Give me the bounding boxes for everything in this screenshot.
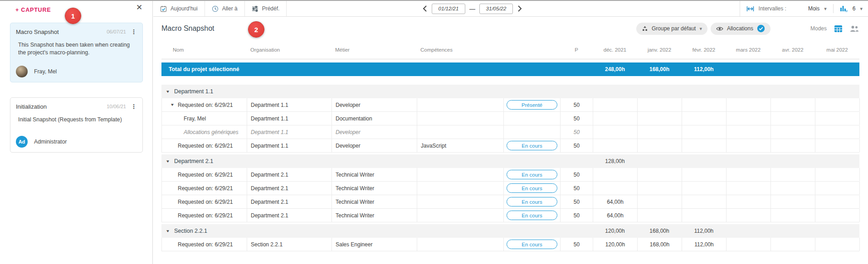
cell-month-value	[771, 182, 815, 195]
group-header-row[interactable]: ▼Department 2.1128,00h	[161, 154, 859, 168]
cell-month-value	[638, 98, 682, 111]
allocations-toggle[interactable]: Allocations	[711, 23, 770, 35]
cell-organisation: Department 2.1	[247, 209, 332, 222]
table-mode-icon[interactable]	[834, 25, 843, 33]
cell-metier: Documentation	[332, 112, 417, 125]
cell-month-value	[727, 125, 771, 139]
group-by-dropdown[interactable]: Groupe par défaut ▾	[636, 23, 707, 35]
page-title: Macro Snapshot	[161, 24, 215, 33]
caret-down-icon: ▾	[699, 26, 702, 32]
cell-percent: 50	[561, 168, 593, 181]
cell-competences	[417, 168, 504, 181]
avatar: Ad	[16, 136, 28, 148]
cell-month-value	[815, 209, 860, 222]
snapshot-description: Initial Snapshot (Requests from Template…	[16, 116, 137, 124]
group-header-row[interactable]: ▼Section 2.2.1120,00h168,00h112,00h	[161, 224, 859, 238]
status-badge[interactable]: En cours	[507, 170, 557, 179]
chevron-right-icon[interactable]	[517, 5, 523, 12]
capture-button[interactable]: + CAPTURE	[15, 7, 51, 13]
annotation-step-badge-1: 1	[65, 8, 81, 24]
predefined-label: Prédéf.	[262, 5, 280, 12]
table-row[interactable]: Requested on: 6/29/21Department 2.1Techn…	[161, 168, 859, 182]
snapshot-title: Initialization	[16, 103, 47, 110]
cell-organisation: Department 1.1	[247, 139, 332, 152]
cell-month-value	[815, 98, 860, 111]
cell-metier: Sales Engineer	[332, 238, 417, 251]
cell-organisation: Department 1.1	[247, 98, 332, 111]
modes-label: Modes	[810, 25, 827, 32]
table-row[interactable]: ▼Requested on: 6/29/21Department 1.1Deve…	[161, 98, 859, 112]
kebab-menu-icon[interactable]: ⋮	[131, 103, 137, 110]
intervals-icon	[746, 6, 754, 12]
table-row[interactable]: Requested on: 6/29/21Department 1.1Devel…	[161, 139, 859, 153]
histogram-count-select[interactable]: 6	[853, 5, 856, 12]
group-name: ▼Department 1.1	[161, 88, 593, 95]
goto-label: Aller à	[222, 5, 238, 12]
date-from-input[interactable]: 01/12/21	[432, 4, 465, 14]
snapshot-title: Macro Snapshot	[16, 29, 59, 35]
status-badge[interactable]: En cours	[507, 211, 557, 220]
goto-button[interactable]: Aller à	[205, 1, 245, 16]
status-badge[interactable]: En cours	[507, 240, 557, 249]
expand-arrow-icon[interactable]: ▼	[170, 103, 175, 107]
date-to-input[interactable]: 31/05/22	[479, 4, 513, 14]
cell-nom: ▼Requested on: 6/29/21	[162, 98, 247, 111]
cell-month-value	[815, 238, 860, 251]
snapshot-card-macro[interactable]: Macro Snapshot 06/07/21 ⋮ This Snapshot …	[10, 23, 143, 82]
table-row[interactable]: Allocations génériquesDepartment 1.1Deve…	[161, 125, 859, 139]
cell-month-value	[771, 125, 815, 139]
kebab-menu-icon[interactable]: ⋮	[131, 29, 137, 35]
cell-status: En cours	[504, 182, 561, 195]
row-name: Requested on: 6/29/21	[178, 102, 233, 108]
chevron-left-icon[interactable]	[422, 5, 428, 12]
clock-icon	[212, 5, 219, 12]
column-header: mai 2022	[815, 47, 859, 53]
column-header: févr. 2022	[682, 47, 726, 53]
column-header: déc. 2021	[593, 47, 637, 53]
intervals-select[interactable]: Mois	[808, 5, 819, 12]
cell-month-value: 168,00h	[638, 238, 682, 251]
cell-month-value	[727, 168, 771, 181]
row-name: Requested on: 6/29/21	[178, 241, 233, 248]
cell-month-value	[593, 112, 638, 125]
cell-status: En cours	[504, 238, 561, 251]
collapse-arrow-icon: ▼	[166, 90, 170, 94]
cell-month-value	[682, 209, 727, 222]
people-mode-icon[interactable]	[850, 25, 859, 32]
caret-down-icon[interactable]: ▾	[860, 6, 863, 12]
today-button[interactable]: Aujourd'hui	[153, 1, 205, 16]
status-badge[interactable]: En cours	[507, 197, 557, 206]
status-badge[interactable]: Présenté	[507, 100, 557, 110]
close-icon[interactable]: ✕	[136, 4, 142, 11]
snapshot-date: 10/06/21	[107, 103, 131, 109]
table-row[interactable]: Requested on: 6/29/21Department 2.1Techn…	[161, 182, 859, 195]
table-row[interactable]: Requested on: 6/29/21Department 2.1Techn…	[161, 209, 859, 222]
cell-month-value	[771, 195, 815, 208]
cell-month-value	[593, 98, 638, 111]
cell-month-value	[771, 238, 815, 251]
group-month-total: 128,00h	[593, 158, 637, 164]
group-name: ▼Section 2.2.1	[161, 228, 593, 234]
cell-month-value	[815, 168, 860, 181]
group-by-label: Groupe par défaut	[652, 25, 696, 32]
cell-competences	[417, 125, 504, 139]
table-row[interactable]: Requested on: 6/29/21Department 2.1Techn…	[161, 195, 859, 209]
status-badge[interactable]: En cours	[507, 183, 557, 193]
row-name: Requested on: 6/29/21	[178, 172, 233, 178]
caret-down-icon[interactable]: ▾	[824, 6, 827, 12]
table-row[interactable]: Requested on: 6/29/21Section 2.2.1Sales …	[161, 238, 859, 251]
snapshot-author: Fray, Mel	[34, 68, 57, 75]
cell-month-value	[815, 195, 860, 208]
predefined-button[interactable]: Prédéf.	[245, 1, 287, 16]
cell-month-value	[727, 238, 771, 251]
avatar	[16, 66, 28, 77]
cell-competences	[417, 182, 504, 195]
group-header-row[interactable]: ▼Department 1.1	[161, 85, 859, 98]
cell-organisation: Department 2.1	[247, 182, 332, 195]
snapshot-card-initialization[interactable]: Initialization 10/06/21 ⋮ Initial Snapsh…	[10, 97, 143, 153]
cell-month-value	[727, 139, 771, 152]
status-badge[interactable]: En cours	[507, 141, 557, 150]
cell-organisation: Department 1.1	[247, 125, 332, 139]
date-separator: —	[469, 5, 475, 12]
table-row[interactable]: Fray, MelDepartment 1.1Documentation50	[161, 112, 859, 125]
